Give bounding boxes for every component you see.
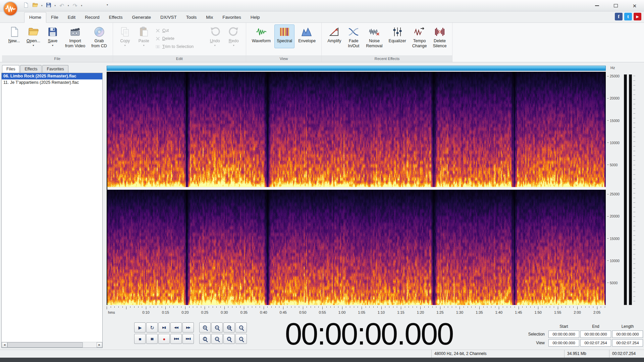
menu-tab-favorites[interactable]: Favorites [218, 12, 246, 22]
zoom-out-button[interactable]: − [211, 322, 223, 333]
pause-button[interactable]: ▮▮ [146, 334, 158, 344]
dropdown-arrow-icon: ▼ [232, 44, 235, 47]
record-icon: ● [163, 337, 165, 341]
ribbon-button-undo[interactable]: Undo▼ [206, 24, 224, 48]
timeline-label: 1:30 [456, 310, 463, 314]
selection-value-selection-end[interactable]: 00:00:00.000 [580, 330, 611, 338]
redo-button[interactable]: ↷ [71, 1, 79, 10]
ribbon-button-label: Paste [139, 39, 149, 44]
menu-tab-edit[interactable]: Edit [63, 12, 80, 22]
menu-tab-dx-vst[interactable]: DX/VST [156, 12, 181, 22]
ribbon-button-amplify[interactable]: Amplify [325, 24, 343, 48]
ribbon-button-label: New... [8, 39, 20, 44]
ribbon-button-new[interactable]: New... [5, 24, 23, 48]
record-button[interactable]: ● [158, 334, 170, 344]
zoom-in-button[interactable]: + [199, 322, 211, 333]
twitter-icon[interactable]: t [624, 13, 632, 20]
ribbon-button-envelope[interactable]: Envelope [296, 24, 318, 48]
dropdown-arrow-icon[interactable]: ▾ [40, 4, 44, 7]
timeline-label: 1:25 [436, 310, 443, 314]
ribbon-button-save[interactable]: Save▼ [44, 24, 61, 48]
horizontal-scrollbar[interactable]: ◀ ▶ [2, 342, 102, 348]
sidebar-tab-favorites[interactable]: Favorites [42, 65, 68, 73]
pause-icon: ▮▮ [151, 338, 153, 341]
ribbon-button-import-from-video[interactable]: Import from Video [63, 24, 88, 53]
time-ruler[interactable]: hms 0:100:150:200:250:300:350:400:450:50… [107, 306, 606, 316]
frequency-tick-label: 15000 [607, 237, 620, 241]
toolbar-overflow-icon[interactable]: ▾ [107, 3, 108, 6]
ribbon-button-copy[interactable]: Copy▼ [116, 24, 134, 48]
tick-mark [607, 216, 609, 217]
frequency-tick-label: 20000 [607, 96, 620, 100]
rewind-button[interactable]: ◀◀ [170, 322, 182, 333]
file-list-item[interactable]: 11. Je T'appartiens (2025 Remaster).flac [2, 79, 102, 86]
dropdown-arrow-icon[interactable]: ▾ [54, 4, 57, 7]
ribbon-button-grab-from-cd[interactable]: Grab from CD [89, 24, 109, 53]
facebook-icon[interactable]: f [615, 13, 623, 20]
spectrogram-view[interactable] [107, 72, 606, 305]
zoom-selection-button[interactable]: ▫ [235, 322, 247, 333]
menu-tab-record[interactable]: Record [80, 12, 104, 22]
playback-cursor[interactable] [107, 72, 107, 305]
selection-value-view-end[interactable]: 00:02:07.254 [580, 339, 611, 347]
menu-tab-tools[interactable]: Tools [181, 12, 202, 22]
scroll-right-arrow-icon[interactable]: ▶ [97, 342, 102, 348]
stop-button[interactable]: ■ [134, 334, 146, 344]
menu-tab-help[interactable]: Help [246, 12, 265, 22]
zoom-to-selection-button[interactable]: ▫ [235, 334, 247, 344]
ribbon-button-delete-silence[interactable]: Delete Silence [430, 24, 449, 53]
ribbon-button-redo[interactable]: Redo▼ [225, 24, 243, 48]
youtube-icon[interactable]: ▶ [634, 13, 641, 20]
overview-position-bar[interactable] [107, 66, 606, 71]
undo-button[interactable]: ↶ [57, 1, 66, 10]
ribbon-button-noise-removal[interactable]: Noise Removal [364, 24, 385, 53]
menu-tab-effects[interactable]: Effects [104, 12, 127, 22]
scroll-left-arrow-icon[interactable]: ◀ [2, 342, 7, 348]
ribbon-button-cut[interactable]: Cut [154, 27, 205, 34]
selection-value-selection-length[interactable]: 00:00:00.000 [612, 330, 643, 338]
go-to-end-button[interactable]: ▶▶▮ [182, 334, 194, 344]
fast-forward-button[interactable]: ▶▶ [182, 322, 194, 333]
window-minimize-button[interactable] [588, 0, 606, 11]
spectrogram-canvas[interactable] [107, 72, 606, 305]
selection-value-view-start[interactable]: 00:00:00.000 [548, 339, 579, 347]
timeline-label: 1:55 [554, 310, 561, 314]
dropdown-arrow-icon[interactable]: ▾ [67, 4, 70, 7]
zoom-full-button[interactable]: 100 [223, 322, 235, 333]
timeline-label: 1:45 [515, 310, 522, 314]
ribbon-button-equalizer[interactable]: Equalizer [386, 24, 409, 48]
ribbon-button-tempo-change[interactable]: Tempo Change [410, 24, 429, 53]
zoom-vertical-in-button[interactable]: [ [199, 334, 211, 344]
play-button[interactable]: ▶ [134, 322, 146, 333]
zoom-vertical-out-button[interactable]: − [211, 334, 223, 344]
menu-tab-mix[interactable]: Mix [201, 12, 218, 22]
ribbon-button-delete[interactable]: Delete [154, 35, 205, 42]
sidebar-tab-files[interactable]: Files [2, 65, 19, 73]
menu-tab-home[interactable]: Home [24, 12, 46, 23]
menu-tab-generate[interactable]: Generate [127, 12, 156, 22]
ribbon-button-spectral[interactable]: Spectral [274, 24, 294, 48]
file-list-item[interactable]: 06. Limbo Rock (2025 Remaster).flac [2, 73, 102, 79]
open-file-button[interactable] [31, 1, 40, 10]
ribbon-button-paste[interactable]: Paste▼ [135, 24, 153, 48]
zoom-project-button[interactable]: □ [223, 334, 235, 344]
selection-value-selection-start[interactable]: 00:00:00.000 [548, 330, 579, 338]
save-file-button[interactable] [44, 1, 53, 10]
dropdown-arrow-icon[interactable]: ▾ [80, 4, 84, 7]
loop-button[interactable]: ↻ [146, 322, 158, 333]
play-to-end-button[interactable]: ▶▮ [158, 322, 170, 333]
menu-tab-file[interactable]: File [46, 12, 63, 22]
ribbon-button-waveform[interactable]: Waveform [250, 24, 273, 48]
ribbon-button-trim-to-selection[interactable]: Trim to Selection [154, 43, 205, 50]
window-close-button[interactable]: ✕ [625, 0, 644, 11]
selection-value-view-length[interactable]: 00:02:07.254 [612, 339, 643, 347]
go-to-start-button[interactable]: ▮◀◀ [170, 334, 182, 344]
magnifier-icon: ▫ [239, 325, 243, 329]
ribbon-button-open[interactable]: Open...▼ [24, 24, 43, 48]
dropdown-arrow-icon: ▼ [143, 44, 145, 47]
new-document-button[interactable] [21, 1, 30, 10]
window-maximize-button[interactable] [606, 0, 625, 11]
ribbon-button-fade-in-out[interactable]: Fade In/Out [345, 24, 362, 53]
sidebar-tab-effects[interactable]: Effects [20, 65, 42, 73]
horizontal-scrollbar-thumb[interactable] [7, 342, 83, 348]
